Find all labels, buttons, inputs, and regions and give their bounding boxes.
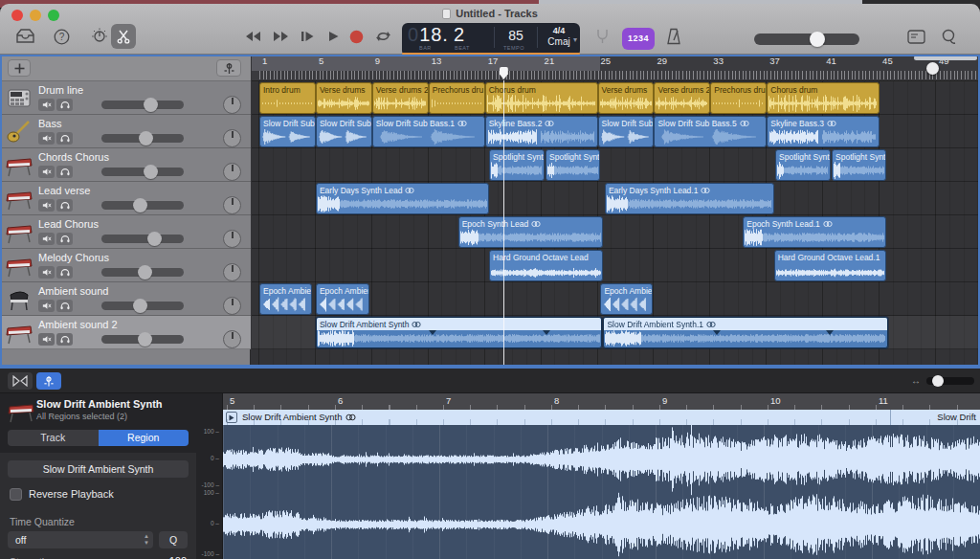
horizontal-scrollbar[interactable]	[914, 56, 977, 60]
reverse-playback-checkbox[interactable]	[10, 488, 22, 501]
master-volume-slider[interactable]	[754, 34, 859, 45]
timeline-track-lane[interactable]: Slow Drift Ambient SynthSlow Drift Ambie…	[252, 316, 980, 349]
track-volume-knob[interactable]	[133, 299, 147, 313]
track-header[interactable]: Melody Chorus	[0, 249, 251, 282]
track-volume-knob[interactable]	[133, 198, 147, 212]
solo-button[interactable]	[56, 132, 73, 145]
region[interactable]: Hard Ground Octave Lead.1	[774, 250, 887, 281]
editor-zoom-knob[interactable]	[932, 375, 944, 387]
track-volume-slider[interactable]	[101, 268, 184, 277]
track-header[interactable]: Ambient sound 2	[0, 316, 251, 349]
track-header[interactable]: Bass	[0, 115, 251, 148]
count-in-button[interactable]: 1234	[622, 28, 655, 50]
cycle-button[interactable]	[371, 25, 394, 48]
region[interactable]: Epoch Ambien	[259, 283, 312, 315]
timeline-track-lane[interactable]: Epoch Synth LeadEpoch Synth Lead.1	[252, 215, 980, 249]
metronome-icon[interactable]	[662, 24, 685, 49]
region[interactable]: Verse drums 2	[372, 82, 429, 114]
editor-waveform-area[interactable]	[223, 425, 980, 559]
solo-button[interactable]	[56, 233, 73, 245]
region[interactable]: Epoch Synth Lead	[458, 216, 604, 248]
library-icon[interactable]	[13, 25, 36, 48]
tab-track[interactable]: Track	[8, 430, 99, 446]
region[interactable]: Prechorus dru	[429, 82, 485, 114]
track-volume-slider[interactable]	[101, 168, 184, 176]
region[interactable]: Slow Drift Sub Bass.5	[654, 116, 767, 147]
region[interactable]: Early Days Synth Lead	[316, 183, 489, 214]
track-volume-slider[interactable]	[101, 134, 184, 143]
quick-help-icon[interactable]: ?	[50, 25, 73, 48]
track-volume-knob[interactable]	[147, 232, 162, 246]
timeline-track-lane[interactable]: Intro drumVerse drumsVerse drums 2Precho…	[252, 81, 980, 115]
mute-button[interactable]	[38, 99, 55, 111]
region-name-field[interactable]: Slow Drift Ambient Synth	[8, 460, 189, 478]
editor-zoom-slider[interactable]	[926, 377, 974, 385]
solo-button[interactable]	[56, 199, 73, 212]
mute-button[interactable]	[38, 199, 55, 212]
region[interactable]: Slow Drift Sub	[598, 116, 655, 147]
region[interactable]: Epoch Ambien	[600, 283, 653, 315]
region[interactable]: Slow Drift Ambient Synth.1	[603, 317, 888, 348]
timeline-track-lane[interactable]: Spotlight SyntSpotlight SyntSpotlight Sy…	[252, 148, 980, 182]
automation-mode-icon[interactable]	[8, 372, 33, 390]
region[interactable]: Spotlight Synt	[546, 149, 600, 181]
region[interactable]: Epoch Ambien	[316, 283, 369, 315]
smart-controls-icon[interactable]	[88, 25, 111, 48]
track-volume-slider[interactable]	[101, 201, 184, 210]
pan-knob[interactable]	[223, 330, 241, 348]
mute-button[interactable]	[38, 300, 55, 312]
timeline-track-lane[interactable]: Early Days Synth LeadEarly Days Synth Le…	[252, 182, 980, 215]
mute-button[interactable]	[38, 333, 55, 346]
track-header[interactable]: Ambient sound	[0, 282, 251, 316]
display-mode-icon[interactable]	[903, 25, 928, 48]
pan-knob[interactable]	[223, 297, 241, 315]
editor-mode-icon[interactable]	[36, 372, 61, 390]
master-volume-knob[interactable]	[810, 32, 825, 47]
lcd-display[interactable]: 018. 2 BAR BEAT 85 TEMPO 4/4 Cmaj ▾	[402, 23, 580, 56]
region[interactable]: Early Days Synth Lead.1	[605, 183, 774, 214]
track-volume-slider[interactable]	[101, 101, 184, 109]
track-volume-knob[interactable]	[144, 165, 158, 179]
mute-button[interactable]	[38, 166, 55, 178]
track-volume-slider[interactable]	[101, 302, 184, 310]
track-volume-knob[interactable]	[138, 265, 152, 280]
loop-browser-icon[interactable]	[936, 25, 961, 48]
track-header-config-icon[interactable]	[216, 59, 241, 77]
region[interactable]: Slow Drift Sub Bass.1	[372, 116, 485, 147]
region[interactable]: Verse drums	[598, 82, 655, 114]
region[interactable]: Slow Drift Ambient Synth	[316, 317, 602, 348]
editors-icon[interactable]	[111, 24, 136, 49]
pan-knob[interactable]	[223, 263, 241, 281]
tuner-icon[interactable]	[591, 25, 612, 48]
track-header[interactable]: Drum line	[0, 81, 251, 115]
fast-forward-button[interactable]	[269, 25, 292, 48]
track-volume-knob[interactable]	[138, 332, 152, 347]
region[interactable]: Prechorus dru	[710, 82, 767, 114]
add-track-button[interactable]	[8, 59, 31, 77]
record-button[interactable]	[345, 25, 368, 48]
time-quantize-select[interactable]: off ▲▼	[8, 531, 153, 548]
region[interactable]: Intro drum	[259, 82, 316, 114]
track-volume-slider[interactable]	[101, 235, 184, 243]
region[interactable]: Verse drums	[316, 82, 372, 114]
play-region-icon[interactable]	[226, 412, 237, 423]
timeline-track-lane[interactable]: Epoch AmbienEpoch AmbienEpoch Ambien	[252, 282, 980, 316]
track-volume-slider[interactable]	[101, 335, 184, 344]
pan-knob[interactable]	[223, 163, 241, 181]
region[interactable]: Verse drums 2	[654, 82, 710, 114]
region[interactable]: Spotlight Synt	[489, 149, 544, 181]
track-header[interactable]: Lead verse	[0, 182, 251, 215]
region[interactable]: Hard Ground Octave Lead	[489, 250, 603, 281]
pan-knob[interactable]	[223, 230, 241, 248]
quantize-button[interactable]: Q	[159, 531, 188, 548]
solo-button[interactable]	[56, 333, 73, 346]
solo-button[interactable]	[56, 300, 73, 312]
go-to-beginning-button[interactable]	[296, 25, 319, 48]
tab-region[interactable]: Region	[99, 430, 189, 446]
region[interactable]: Chorus drum	[767, 82, 880, 114]
region[interactable]: Slow Drift Sub	[316, 116, 372, 147]
timeline-track-lane[interactable]: Slow Drift SubSlow Drift SubSlow Drift S…	[252, 115, 980, 148]
rewind-button[interactable]	[241, 25, 264, 48]
region[interactable]: Skyline Bass.2	[485, 116, 598, 147]
region[interactable]: Chorus drum	[485, 82, 598, 114]
